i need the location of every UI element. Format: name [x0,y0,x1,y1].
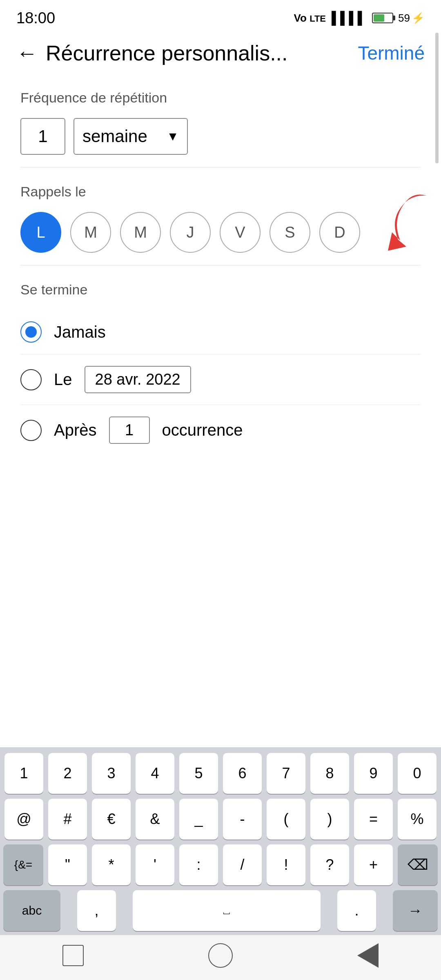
key-8[interactable]: 8 [310,753,349,794]
key-underscore[interactable]: _ [179,799,218,840]
nav-circle-icon [208,943,233,968]
nav-home-button[interactable] [208,943,233,968]
key-abc[interactable]: abc [3,890,60,931]
end-after-suffix: occurrence [162,421,243,439]
key-backspace[interactable]: ⌫ [398,844,438,885]
page-title: Récurrence personnalis... [46,41,358,65]
key-euro[interactable]: € [92,799,131,840]
days-section: Rappels le L M M J V S D [0,167,441,265]
key-2[interactable]: 2 [48,753,87,794]
key-exclaim[interactable]: ! [267,844,305,885]
nav-back-icon [357,943,379,968]
key-at[interactable]: @ [4,799,43,840]
keyboard-row-more-symbols: {&= " * ' : / ! ? + ⌫ [3,844,438,885]
key-6[interactable]: 6 [223,753,262,794]
key-percent[interactable]: % [398,799,437,840]
key-colon[interactable]: : [179,844,218,885]
end-never-label: Jamais [54,323,106,341]
end-after-number-input[interactable]: 1 [109,416,150,444]
frequency-unit-selector[interactable]: semaine ▼ [74,118,188,155]
day-lundi[interactable]: L [20,212,61,253]
key-hash[interactable]: # [48,799,87,840]
key-7[interactable]: 7 [267,753,305,794]
charging-icon: ⚡ [412,12,425,24]
key-quote[interactable]: " [48,844,87,885]
key-lparen[interactable]: ( [267,799,305,840]
key-amp[interactable]: & [136,799,174,840]
key-1[interactable]: 1 [4,753,43,794]
key-0[interactable]: 0 [398,753,437,794]
key-3[interactable]: 3 [92,753,131,794]
end-after-radio[interactable] [20,420,42,441]
end-never-radio[interactable] [20,321,42,343]
key-star[interactable]: * [92,844,131,885]
end-label: Se termine [20,282,421,298]
nav-square-button[interactable] [62,945,84,966]
end-date-input[interactable]: 28 avr. 2022 [85,366,191,393]
day-mardi[interactable]: M [70,212,111,253]
day-jeudi[interactable]: J [170,212,211,253]
key-question[interactable]: ? [310,844,349,885]
key-9[interactable]: 9 [354,753,393,794]
nav-square-icon [62,945,84,966]
frequency-section: Fréquence de répétition 1 semaine ▼ [0,74,441,167]
back-button[interactable]: ← [16,42,38,64]
top-bar: ← Récurrence personnalis... Terminé [0,33,441,74]
key-plus[interactable]: + [354,844,393,885]
network-icon: Vo LTE [294,12,326,24]
keyboard-row-bottom: abc , ⎵ . → [3,890,438,931]
frequency-label: Fréquence de répétition [20,90,421,106]
key-4[interactable]: 4 [136,753,174,794]
key-period[interactable]: . [337,890,376,931]
end-never-row[interactable]: Jamais [20,310,421,354]
nav-back-button[interactable] [357,943,379,968]
scrollbar[interactable] [435,33,439,163]
day-samedi[interactable]: S [270,212,310,253]
key-comma[interactable]: , [77,890,116,931]
day-vendredi[interactable]: V [220,212,261,253]
key-slash[interactable]: / [223,844,262,885]
frequency-number-input[interactable]: 1 [20,118,65,155]
days-row: L M M J V S D [20,212,421,253]
key-5[interactable]: 5 [179,753,218,794]
frequency-row: 1 semaine ▼ [20,118,421,155]
status-time: 18:00 [16,9,55,27]
end-on-row[interactable]: Le 28 avr. 2022 [20,354,421,405]
keyboard-row-symbols: @ # € & _ - ( ) = % [3,799,438,840]
keyboard-row-numbers: 1 2 3 4 5 6 7 8 9 0 [3,753,438,794]
end-section: Se termine Jamais Le 28 avr. 2022 Après … [0,265,441,472]
key-symbols-toggle[interactable]: {&= [3,844,43,885]
status-bar: 18:00 Vo LTE ▌▌▌▌ 59 ⚡ [0,0,441,33]
key-minus[interactable]: - [223,799,262,840]
status-icons: Vo LTE ▌▌▌▌ 59 ⚡ [294,11,425,25]
end-after-row[interactable]: Après 1 occurrence [20,405,421,455]
battery-icon: 59 ⚡ [372,12,425,24]
key-space[interactable]: ⎵ [133,890,321,931]
key-apostrophe[interactable]: ' [136,844,174,885]
end-on-prefix: Le [54,370,72,389]
nav-bar [0,935,441,980]
day-mercredi[interactable]: M [120,212,161,253]
days-label: Rappels le [20,184,421,200]
key-enter[interactable]: → [393,890,438,931]
dropdown-arrow-icon: ▼ [167,129,179,143]
day-dimanche[interactable]: D [319,212,360,253]
end-on-radio[interactable] [20,369,42,390]
done-button[interactable]: Terminé [358,42,425,64]
key-rparen[interactable]: ) [310,799,349,840]
key-equals[interactable]: = [354,799,393,840]
keyboard: 1 2 3 4 5 6 7 8 9 0 @ # € & _ - ( ) = % … [0,747,441,935]
end-after-prefix: Après [54,421,97,439]
signal-strength-icon: ▌▌▌▌ [332,11,366,25]
